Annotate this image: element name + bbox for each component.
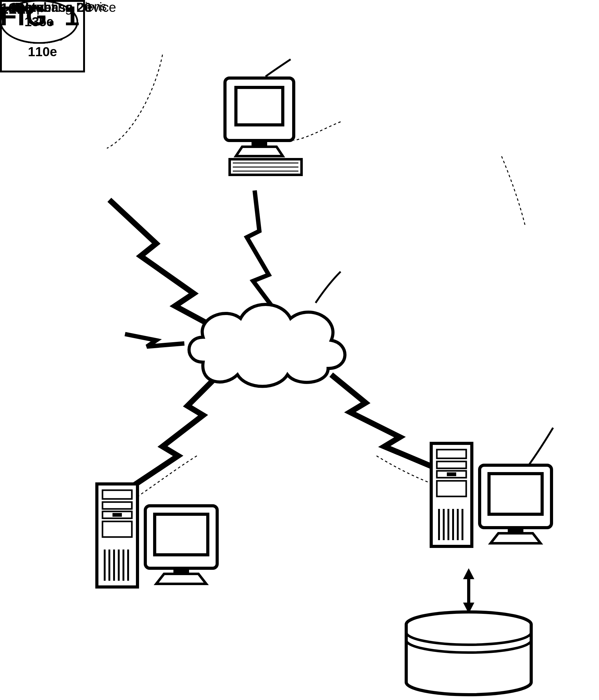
- svg-rect-16: [102, 521, 132, 537]
- server-left-icon: [91, 478, 228, 596]
- box-110e-l3: 110e: [28, 44, 57, 60]
- svg-rect-41: [490, 475, 541, 512]
- svg-rect-5: [238, 89, 281, 123]
- svg-rect-12: [102, 490, 132, 499]
- svg-marker-1: [463, 568, 474, 579]
- svg-rect-31: [447, 472, 456, 476]
- server-right-icon: [425, 437, 562, 556]
- svg-rect-29: [437, 461, 466, 468]
- svg-rect-13: [102, 502, 132, 509]
- database-icon: [400, 610, 537, 700]
- svg-rect-28: [437, 450, 466, 458]
- figure-title: FIG. 1: [0, 0, 80, 32]
- computer-icon: [213, 72, 312, 184]
- svg-rect-15: [113, 513, 122, 517]
- svg-rect-32: [437, 481, 466, 496]
- cloud-icon: [175, 294, 350, 393]
- svg-rect-25: [156, 516, 206, 553]
